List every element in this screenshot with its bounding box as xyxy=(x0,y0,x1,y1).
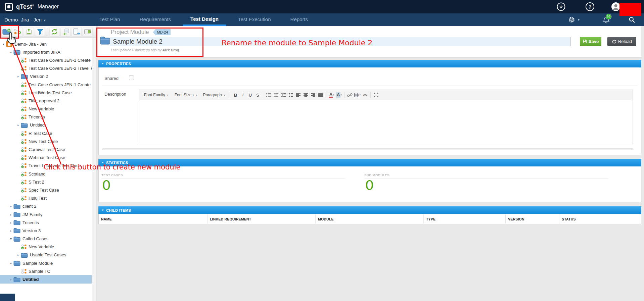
tree-item-s-test-2[interactable]: S Test 2 xyxy=(0,178,92,186)
bullet-list-button[interactable] xyxy=(265,91,272,99)
tab-test-design[interactable]: Test Design xyxy=(183,13,226,26)
recycle-bin-button[interactable] xyxy=(24,27,34,37)
tree-item-untitled[interactable]: ▸Untitled xyxy=(0,121,92,129)
tree-item-client-2[interactable]: ▸client 2 xyxy=(0,202,92,210)
export-button[interactable] xyxy=(72,27,82,37)
tree-item-carnival-test-case[interactable]: Carnival Test Case xyxy=(0,145,92,153)
import-button[interactable] xyxy=(60,27,71,37)
project-selector[interactable]: Demo- Jira - Jen▼ xyxy=(4,13,46,26)
tree-item-sample-module[interactable]: ▾Sample Module xyxy=(0,259,92,267)
notifications-bell-icon[interactable]: 20 xyxy=(603,16,610,25)
tree-item-test-case-covers-jen-1-create-la[interactable]: Test Case Covers JEN-1 Create La xyxy=(0,56,92,64)
shared-checkbox[interactable] xyxy=(129,75,134,80)
column-header-type[interactable]: TYPE xyxy=(424,214,506,224)
tree-item-webinar-test-case[interactable]: Webinar Test Case xyxy=(0,154,92,162)
tree-item-spec-test-case[interactable]: Spec Test Case xyxy=(0,186,92,194)
column-header-linked-requirement[interactable]: LINKED REQUIREMENT xyxy=(208,214,316,224)
folder-icon xyxy=(13,220,20,225)
folder-icon xyxy=(13,236,20,242)
tree-caret-icon[interactable]: ▾ xyxy=(8,237,13,241)
tab-test-execution[interactable]: Test Execution xyxy=(238,13,271,26)
tree-item-hulu-test[interactable]: Hulu Test xyxy=(0,194,92,202)
align-center-button[interactable] xyxy=(302,91,309,99)
reload-button[interactable]: Reload xyxy=(607,37,636,46)
column-header-name[interactable]: NAME xyxy=(99,214,208,224)
tree-item-sample-tc[interactable]: Sample TC xyxy=(0,267,92,275)
tree-item-r-test-case[interactable]: R Test Case xyxy=(0,129,92,137)
tree-item-jm-family[interactable]: ▸JM Family xyxy=(0,210,92,218)
strikethrough-button[interactable]: S xyxy=(254,91,261,99)
user-avatar[interactable] xyxy=(611,2,620,11)
testcase-icon xyxy=(21,90,27,96)
tree-caret-icon[interactable]: ▸ xyxy=(16,253,21,257)
refresh-button[interactable] xyxy=(49,27,59,37)
help-icon[interactable]: ? xyxy=(586,2,594,11)
description-editor-area[interactable] xyxy=(139,100,633,144)
align-right-button[interactable] xyxy=(309,91,317,99)
tree-item-test-case-covers-jen-2-travel-pa[interactable]: Test Case Covers JEN-2 Travel Pa xyxy=(0,64,92,72)
folder-icon xyxy=(13,228,20,233)
tab-reports[interactable]: Reports xyxy=(290,13,308,26)
outdent-button[interactable] xyxy=(280,91,287,99)
tab-requirements[interactable]: Requirements xyxy=(140,13,171,26)
tree-caret-icon[interactable]: ▸ xyxy=(16,123,21,127)
tree-caret-icon[interactable]: ▸ xyxy=(8,278,13,281)
code-button[interactable]: <> xyxy=(361,91,369,99)
column-header-version[interactable]: VERSION xyxy=(506,214,559,224)
horizontal-scrollbar[interactable] xyxy=(102,148,634,150)
tree-caret-icon[interactable]: ▸ xyxy=(8,229,13,233)
filter-button[interactable] xyxy=(35,27,45,37)
tree-item-lucidworks-test-case[interactable]: LucidWorks Test Case xyxy=(0,89,92,97)
tree-item-imported-from-jira[interactable]: ▾Imported from JIRA xyxy=(0,48,92,56)
column-header-status[interactable]: STATUS xyxy=(559,214,640,224)
numbered-list-button[interactable] xyxy=(272,91,280,99)
fullscreen-button[interactable] xyxy=(372,91,380,99)
tab-test-plan[interactable]: Test Plan xyxy=(99,13,120,26)
tree-caret-icon[interactable]: ▸ xyxy=(8,204,13,208)
qtest-manager-app: qTest® Manager ? Demo- Jira - Jen▼ Test … xyxy=(0,0,644,301)
toggle-view-button[interactable] xyxy=(83,27,93,37)
app-switcher-icon[interactable] xyxy=(532,3,540,10)
tree-item-new-variable[interactable]: New Variable xyxy=(0,105,92,113)
font-family-dropdown[interactable]: Font Family▾ xyxy=(141,92,172,98)
tree-item-version-3[interactable]: ▸Version 3 xyxy=(0,227,92,235)
align-left-button[interactable] xyxy=(294,91,302,99)
underline-button[interactable]: U xyxy=(246,91,254,99)
column-header-module[interactable]: MODULE xyxy=(316,214,424,224)
save-button[interactable]: Save xyxy=(580,37,601,46)
tree-item-new-variable[interactable]: New Variable xyxy=(0,243,92,251)
tree-item-test-case-covers-jen-1-create-la[interactable]: Test Case Covers JEN-1 Create La xyxy=(0,81,92,89)
chevron-down-icon: ▼ xyxy=(43,19,46,22)
properties-header[interactable]: ▼PROPERTIES xyxy=(98,60,641,67)
tree-caret-icon[interactable]: ▾ xyxy=(8,261,13,265)
indent-button[interactable] xyxy=(287,91,294,99)
tree-item-tricentis[interactable]: ▸Tricentis xyxy=(0,218,92,227)
child-items-header[interactable]: ▼CHILD ITEMS xyxy=(98,206,641,214)
bold-button[interactable]: B xyxy=(232,91,239,99)
sidebar-collapse-handle[interactable] xyxy=(0,294,15,301)
tree-item-title-approval-2[interactable]: Title, approval 2 xyxy=(0,97,92,105)
tree-item-tricentis[interactable]: Tricentis xyxy=(0,113,92,121)
tree-caret-icon[interactable]: ▸ xyxy=(8,221,13,224)
highlight-color-button[interactable]: A ▾ xyxy=(335,91,342,99)
justify-button[interactable] xyxy=(317,91,324,99)
download-icon[interactable] xyxy=(557,2,565,11)
tree-item-called-cases[interactable]: ▾Called Cases xyxy=(0,235,92,243)
tree-item-usable-test-cases[interactable]: ▸Usable Test Cases xyxy=(0,251,92,259)
text-color-button[interactable]: A ▾ xyxy=(328,91,335,99)
search-icon[interactable] xyxy=(629,16,635,24)
tree-item-new-test-case[interactable]: New Test Case xyxy=(0,137,92,145)
tree-caret-icon[interactable]: ▸ xyxy=(8,213,13,216)
tree-item-untitled[interactable]: ▸Untitled xyxy=(0,275,92,283)
settings-gear-icon[interactable]: ▼ xyxy=(568,16,580,23)
tree-caret-icon[interactable]: ▾ xyxy=(1,42,6,46)
font-sizes-dropdown[interactable]: Font Sizes▾ xyxy=(172,92,200,98)
paragraph-dropdown[interactable]: Paragraph▾ xyxy=(200,92,228,98)
italic-button[interactable]: I xyxy=(239,91,246,99)
tree-item-version-2[interactable]: ▸Version 2 xyxy=(0,72,92,81)
table-button[interactable]: ▾ xyxy=(354,91,361,99)
product-name: Manager xyxy=(38,4,59,10)
link-button[interactable] xyxy=(346,91,354,99)
tree-caret-icon[interactable]: ▸ xyxy=(16,74,21,78)
tree-caret-icon[interactable]: ▾ xyxy=(8,50,13,54)
